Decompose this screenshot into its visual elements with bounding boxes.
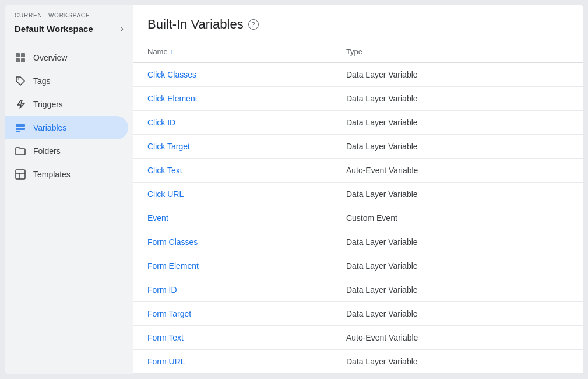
row-name-cell: Click URL	[133, 183, 332, 206]
table-row: Form Classes Data Layer Variable	[133, 230, 583, 254]
row-name-cell: Form Target	[133, 302, 332, 326]
row-type-cell: Data Layer Variable	[332, 254, 583, 278]
table-row: Click Target Data Layer Variable	[133, 135, 583, 159]
current-workspace-label: CURRENT WORKSPACE	[15, 12, 124, 19]
row-type-cell: Custom Event	[332, 206, 583, 230]
table-row: Event Custom Event	[133, 206, 583, 230]
variables-table: Name ↑ Type Click Classes Data Layer Var…	[133, 41, 583, 374]
table-row: Form ID Data Layer Variable	[133, 278, 583, 302]
variable-link[interactable]: Click URL	[147, 190, 184, 199]
table-row: Form Element Data Layer Variable	[133, 254, 583, 278]
sidebar-item-triggers[interactable]: Triggers	[5, 93, 128, 116]
row-type-cell: Auto-Event Variable	[332, 326, 583, 350]
variable-link[interactable]: Event	[147, 213, 168, 223]
sidebar-item-folders-label: Folders	[33, 146, 61, 156]
sidebar-item-variables[interactable]: Variables	[5, 116, 128, 139]
variable-link[interactable]: Click Element	[147, 94, 198, 103]
svg-rect-1	[21, 53, 25, 57]
row-name-cell: Click Classes	[133, 62, 332, 87]
row-type-cell: Data Layer Variable	[332, 350, 583, 374]
workspace-name: Default Workspace	[15, 24, 93, 34]
table-row: Click URL Data Layer Variable	[133, 183, 583, 206]
variable-link[interactable]: Form Element	[147, 261, 199, 271]
sidebar-item-templates[interactable]: Templates	[5, 163, 128, 186]
page-title: Built-In Variables	[147, 17, 244, 32]
svg-rect-2	[16, 58, 20, 62]
table-container: Name ↑ Type Click Classes Data Layer Var…	[133, 41, 583, 374]
table-row: Form URL Data Layer Variable	[133, 350, 583, 374]
tag-icon	[15, 75, 26, 87]
column-name[interactable]: Name ↑	[133, 41, 332, 62]
sidebar-item-folders[interactable]: Folders	[5, 139, 128, 163]
svg-rect-0	[16, 53, 20, 57]
row-name-cell: Form Text	[133, 326, 332, 350]
main-content: Built-In Variables ? Name ↑ Type	[133, 5, 583, 374]
row-type-cell: Data Layer Variable	[332, 183, 583, 206]
row-name-cell: Click Target	[133, 135, 332, 159]
table-row: Click Classes Data Layer Variable	[133, 62, 583, 87]
variable-link[interactable]: Form ID	[147, 285, 177, 294]
row-type-cell: Data Layer Variable	[332, 62, 583, 87]
row-type-cell: Data Layer Variable	[332, 302, 583, 326]
table-body: Click Classes Data Layer Variable Click …	[133, 62, 583, 374]
app-container: CURRENT WORKSPACE Default Workspace › Ov…	[5, 5, 583, 374]
variable-link[interactable]: Form Target	[147, 309, 191, 318]
variable-link[interactable]: Form URL	[147, 357, 185, 366]
svg-rect-6	[16, 128, 25, 130]
svg-point-4	[18, 79, 19, 80]
table-row: Form Target Data Layer Variable	[133, 302, 583, 326]
lightning-icon	[15, 99, 26, 110]
table-row: Click ID Data Layer Variable	[133, 111, 583, 135]
table-row: Click Text Auto-Event Variable	[133, 159, 583, 183]
svg-rect-7	[16, 131, 20, 132]
row-name-cell: Form ID	[133, 278, 332, 302]
svg-rect-3	[21, 58, 25, 62]
row-type-cell: Data Layer Variable	[332, 135, 583, 159]
sort-arrow-icon: ↑	[170, 48, 174, 56]
help-icon[interactable]: ?	[248, 19, 259, 30]
row-name-cell: Click Text	[133, 159, 332, 183]
sidebar-item-tags-label: Tags	[33, 76, 51, 86]
sidebar-item-tags[interactable]: Tags	[5, 69, 128, 93]
row-name-cell: Event	[133, 206, 332, 230]
sidebar: CURRENT WORKSPACE Default Workspace › Ov…	[5, 5, 133, 374]
folder-icon	[15, 145, 26, 157]
sidebar-item-triggers-label: Triggers	[33, 100, 63, 109]
sidebar-item-variables-label: Variables	[33, 123, 66, 132]
svg-rect-8	[16, 170, 25, 179]
column-type[interactable]: Type	[332, 41, 583, 62]
chevron-right-icon: ›	[121, 23, 124, 34]
table-header: Name ↑ Type	[133, 41, 583, 62]
variable-link[interactable]: Click ID	[147, 118, 175, 127]
row-name-cell: Click Element	[133, 87, 332, 111]
row-type-cell: Data Layer Variable	[332, 87, 583, 111]
variables-icon	[15, 122, 26, 134]
row-type-cell: Data Layer Variable	[332, 111, 583, 135]
row-type-cell: Auto-Event Variable	[332, 159, 583, 183]
variable-link[interactable]: Click Text	[147, 166, 182, 175]
table-row: Click Element Data Layer Variable	[133, 87, 583, 111]
workspace-selector[interactable]: Default Workspace ›	[15, 21, 124, 36]
sidebar-item-overview[interactable]: Overview	[5, 46, 128, 69]
sidebar-item-templates-label: Templates	[33, 170, 71, 179]
sidebar-item-overview-label: Overview	[33, 53, 67, 62]
table-row: Form Text Auto-Event Variable	[133, 326, 583, 350]
row-name-cell: Click ID	[133, 111, 332, 135]
row-name-cell: Form Classes	[133, 230, 332, 254]
variable-link[interactable]: Form Text	[147, 333, 184, 342]
variable-link[interactable]: Form Classes	[147, 237, 198, 247]
page-header: Built-In Variables ?	[133, 5, 583, 32]
row-name-cell: Form Element	[133, 254, 332, 278]
workspace-section: CURRENT WORKSPACE Default Workspace ›	[5, 5, 133, 41]
row-name-cell: Form URL	[133, 350, 332, 374]
template-icon	[15, 169, 26, 180]
variable-link[interactable]: Click Target	[147, 142, 190, 151]
row-type-cell: Data Layer Variable	[332, 230, 583, 254]
variable-link[interactable]: Click Classes	[147, 70, 196, 79]
grid-icon	[15, 52, 26, 64]
svg-rect-5	[16, 124, 25, 127]
row-type-cell: Data Layer Variable	[332, 278, 583, 302]
nav-items: Overview Tags Triggers	[5, 41, 133, 374]
